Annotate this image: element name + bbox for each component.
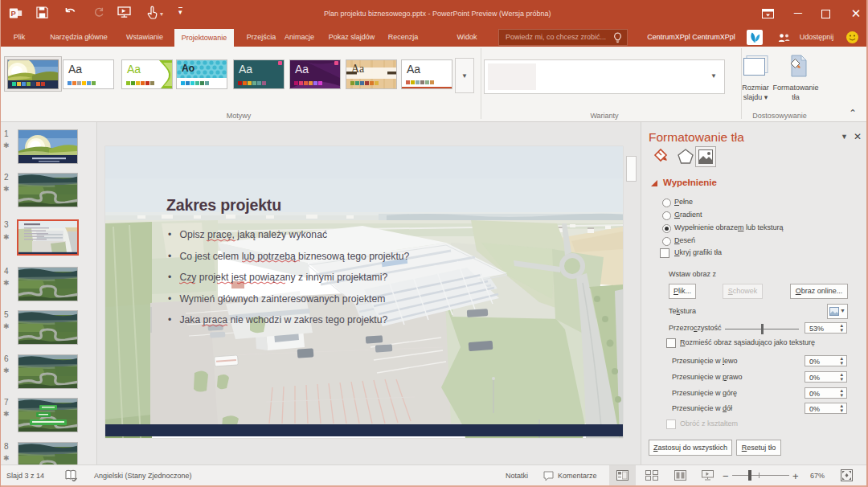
svg-text:P: P <box>11 10 16 18</box>
